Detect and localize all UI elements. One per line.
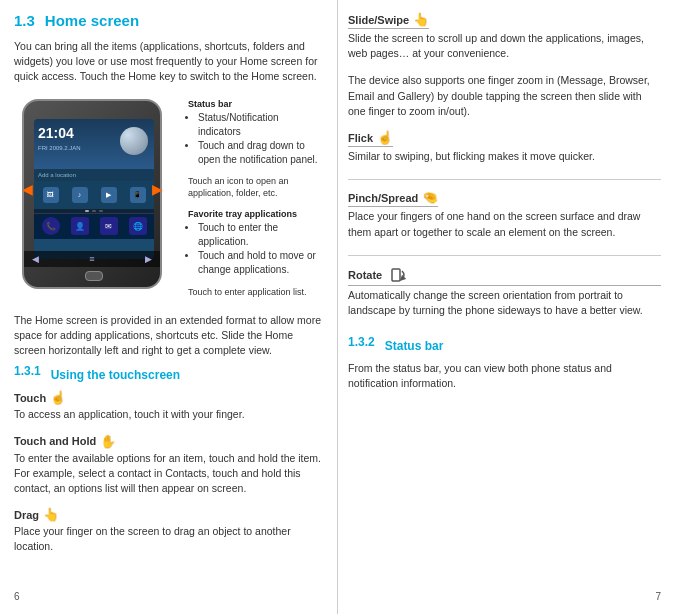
status-bar-section-row: 1.3.2 Status bar [348, 335, 661, 355]
nav-forward: ▶ [145, 254, 152, 264]
slide-swipe-text: Slide the screen to scroll up and down t… [348, 31, 661, 61]
subsection-row: 1.3.1 Using the touchscreen [14, 364, 323, 384]
drag-text: Place your finger on the screen to drag … [14, 524, 323, 554]
screen-top: 21:04 FRI 2009.2.JAN [34, 119, 154, 169]
pinch-heading: Pinch/Spread 🤏 [348, 190, 438, 207]
app-list-callout: Touch to enter application list. [188, 287, 323, 299]
subsection-title: Using the touchscreen [51, 368, 180, 382]
bottom-icon-3: ✉ [100, 217, 118, 235]
nav-bar: ◀ ≡ ▶ [24, 251, 160, 267]
phone-time: 21:04 [38, 125, 74, 141]
pinch-text: Place your fingers of one hand on the sc… [348, 209, 661, 239]
right-page: Slide/Swipe 👆 Slide the screen to scroll… [337, 0, 675, 614]
status-bar-bullets: Status/Notification indicators Touch and… [198, 111, 323, 167]
drag-block: Drag 👆 Place your finger on the screen t… [14, 507, 323, 554]
slide-swipe-icon: 👆 [413, 12, 429, 27]
right-arrow-icon: ▶ [152, 181, 163, 197]
app-icon-3: ▶ [101, 187, 117, 203]
home-button [85, 271, 103, 281]
fav-bullet-1: Touch to enter the application. [198, 221, 323, 249]
touch-hold-block: Touch and Hold ✋ To enter the available … [14, 434, 323, 497]
diagram-container: 21:04 FRI 2009.2.JAN Add a location 🖼 ♪ … [14, 95, 323, 303]
touch-hold-label: Touch and Hold [14, 435, 96, 447]
favorite-tray-bullets: Touch to enter the application. Touch an… [198, 221, 323, 277]
app-list-label: Touch to enter application list. [188, 287, 323, 299]
flick-icon: ☝ [377, 130, 393, 145]
status-bar-section-text: From the status bar, you can view both p… [348, 361, 661, 391]
rotate-icon [388, 266, 408, 284]
status-bar-callout: Status bar Status/Notification indicator… [188, 99, 323, 167]
touch-hold-icon: ✋ [100, 434, 116, 449]
touch-icon: ☝ [50, 390, 66, 405]
add-location: Add a location [34, 169, 154, 181]
drag-icon: 👆 [43, 507, 59, 522]
slide-swipe-block: Slide/Swipe 👆 Slide the screen to scroll… [348, 12, 661, 119]
touch-label: Touch [14, 392, 46, 404]
rotate-heading: Rotate [348, 266, 661, 286]
flick-heading: Flick ☝ [348, 130, 393, 147]
phone-diagram: 21:04 FRI 2009.2.JAN Add a location 🖼 ♪ … [22, 99, 182, 299]
extended-text: The Home screen is provided in an extend… [14, 313, 323, 359]
slide-swipe-text2: The device also supports one finger zoom… [348, 73, 661, 119]
divider-1 [348, 179, 661, 180]
svg-rect-0 [392, 269, 400, 281]
bottom-icon-2: 👤 [71, 217, 89, 235]
app-icon-1: 🖼 [43, 187, 59, 203]
bullet-2: Touch and drag down to open the notifica… [198, 139, 323, 167]
app-icon-2: ♪ [72, 187, 88, 203]
section-title: Home screen [45, 12, 139, 29]
left-page: 1.3 Home screen You can bring all the it… [0, 0, 337, 614]
left-arrow-icon: ◀ [22, 181, 33, 197]
divider-2 [348, 255, 661, 256]
section-number: 1.3 [14, 12, 35, 33]
touch-hold-heading: Touch and Hold ✋ [14, 434, 116, 449]
flick-label: Flick [348, 132, 373, 144]
touch-icon-label: Touch an icon to open an application, fo… [188, 176, 323, 199]
pinch-icon: 🤏 [422, 190, 438, 205]
fav-bullet-2: Touch and hold to move or change applica… [198, 249, 323, 277]
nav-back: ◀ [32, 254, 39, 264]
phone-body: 21:04 FRI 2009.2.JAN Add a location 🖼 ♪ … [22, 99, 162, 289]
bottom-icon-4: 🌐 [129, 217, 147, 235]
bullet-1: Status/Notification indicators [198, 111, 323, 139]
subsection-number: 1.3.1 [14, 364, 41, 384]
favorite-tray-callout: Favorite tray applications Touch to ente… [188, 209, 323, 277]
drag-heading: Drag 👆 [14, 507, 59, 522]
status-bar-section-title: Status bar [385, 339, 444, 353]
phone-date: FRI 2009.2.JAN [38, 145, 81, 151]
slide-swipe-heading: Slide/Swipe 👆 [348, 12, 429, 29]
rotate-text: Automatically change the screen orientat… [348, 288, 661, 318]
touch-icon-callout: Touch an icon to open an application, fo… [188, 176, 323, 199]
touch-text: To access an application, touch it with … [14, 407, 323, 422]
page-number-left: 6 [14, 591, 323, 602]
nav-menu: ≡ [89, 254, 94, 264]
status-bar-label: Status bar [188, 99, 323, 109]
touch-heading: Touch ☝ [14, 390, 66, 405]
intro-text: You can bring all the items (application… [14, 39, 323, 85]
touch-block: Touch ☝ To access an application, touch … [14, 390, 323, 422]
status-bar-section-number: 1.3.2 [348, 335, 375, 355]
touch-hold-text: To enter the available options for an it… [14, 451, 323, 497]
pinch-block: Pinch/Spread 🤏 Place your fingers of one… [348, 190, 661, 239]
slide-swipe-label: Slide/Swipe [348, 14, 409, 26]
favorite-tray-label: Favorite tray applications [188, 209, 323, 219]
phone-screen: 21:04 FRI 2009.2.JAN Add a location 🖼 ♪ … [34, 119, 154, 259]
pinch-label: Pinch/Spread [348, 192, 418, 204]
flick-text: Similar to swiping, but flicking makes i… [348, 149, 661, 164]
flick-block: Flick ☝ Similar to swiping, but flicking… [348, 130, 661, 164]
page-number-right: 7 [348, 591, 661, 602]
moon-graphic [120, 127, 148, 155]
drag-label: Drag [14, 509, 39, 521]
rotate-block: Rotate Automatically change the screen o… [348, 266, 661, 318]
rotate-label: Rotate [348, 269, 382, 281]
bottom-icon-1: 📞 [42, 217, 60, 235]
callout-labels: Status bar Status/Notification indicator… [188, 95, 323, 303]
app-icon-4: 📱 [130, 187, 146, 203]
